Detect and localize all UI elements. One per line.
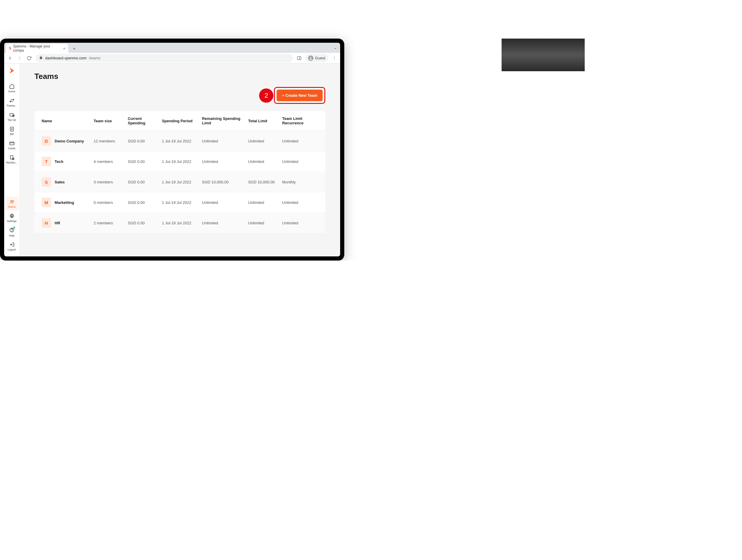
col-total-limit: Total Limit (248, 116, 278, 125)
nav-label: Top Up (7, 118, 16, 121)
browser-tab-bar: S Spenmo - Manage your compa × + ⌄ (4, 43, 340, 53)
browser-toolbar: dashboard.spenmo.com/teams Guest ⋮ (4, 53, 340, 63)
team-name: Demo Company (55, 139, 84, 143)
recurrence: Unlimited (282, 218, 318, 228)
remaining-limit: Unlimited (202, 218, 244, 228)
svg-point-2 (310, 57, 311, 58)
nav-label: Home (8, 90, 15, 93)
total-limit: Unlimited (248, 218, 278, 228)
spending-period: 1 Jul-19 Jul 2022 (162, 136, 198, 146)
lock-icon (39, 56, 43, 60)
team-avatar: M (42, 198, 51, 207)
logout-icon (9, 242, 14, 247)
nav-label: Logout (8, 248, 16, 251)
svg-point-12 (11, 215, 12, 217)
table-row[interactable]: S Sales 3 members SGD 0.00 1 Jul-19 Jul … (35, 172, 325, 192)
team-avatar: H (42, 218, 51, 228)
wallet-plus-icon (9, 112, 14, 117)
total-limit: Unlimited (248, 136, 278, 146)
nav-label: Help (9, 234, 14, 237)
panel-icon[interactable] (296, 56, 302, 61)
gear-icon (9, 213, 14, 219)
team-avatar: T (42, 157, 51, 166)
transfer-icon (9, 98, 14, 103)
team-size: 12 members (94, 136, 124, 146)
sidebar: Home Transa... Top Up Bill (4, 63, 19, 257)
profile-button[interactable]: Guest (305, 54, 328, 62)
sidebar-item-cards[interactable]: Cards (5, 138, 18, 152)
page-title: Teams (35, 72, 325, 81)
nav-label: Cards (8, 147, 15, 150)
home-icon (9, 84, 14, 89)
back-icon[interactable] (7, 55, 13, 61)
table-header: Name Team size Current Spending Spending… (35, 111, 325, 131)
sidebar-item-topup[interactable]: Top Up (5, 110, 18, 124)
remaining-limit: SGD 10,000.00 (202, 177, 244, 187)
sidebar-item-logout[interactable]: Logout (5, 239, 18, 254)
svg-rect-0 (298, 56, 301, 60)
team-name-cell: M Marketting (42, 198, 90, 207)
current-spending: SGD 0.00 (127, 177, 158, 187)
total-limit: Unlimited (248, 198, 278, 207)
nav-label: Transa... (6, 104, 17, 107)
nav-label: Teams (8, 205, 16, 208)
spending-period: 1 Jul-19 Jul 2022 (162, 198, 198, 207)
team-name: Sales (55, 180, 65, 184)
recurrence: Unlimited (282, 198, 318, 207)
reload-icon[interactable] (26, 56, 32, 61)
users-icon (9, 199, 14, 205)
sidebar-item-bill[interactable]: Bill (5, 124, 18, 138)
team-avatar: D (42, 136, 51, 146)
team-name: HR (55, 221, 60, 225)
spenmo-favicon-icon: S (9, 46, 11, 50)
current-spending: SGD 0.00 (127, 157, 158, 166)
sidebar-item-reimbursement[interactable]: Reimbu... (5, 152, 18, 166)
col-team-size: Team size (94, 116, 124, 125)
sidebar-item-settings[interactable]: Settings (5, 211, 18, 225)
nav-label: Reimbu... (6, 161, 17, 164)
team-size: 0 members (94, 198, 124, 207)
table-row[interactable]: D Demo Company 12 members SGD 0.00 1 Jul… (35, 131, 325, 151)
recurrence: Unlimited (282, 136, 318, 146)
step-badge: 2 (259, 89, 273, 103)
table-row[interactable]: H HR 2 members SGD 0.00 1 Jul-19 Jul 202… (35, 213, 325, 233)
table-row[interactable]: M Marketting 0 members SGD 0.00 1 Jul-19… (35, 192, 325, 213)
spenmo-logo-icon[interactable] (9, 68, 15, 75)
url-path: /teams (89, 56, 100, 60)
create-new-team-button[interactable]: + Create New Team (277, 90, 323, 101)
address-bar[interactable]: dashboard.spenmo.com/teams (36, 54, 293, 62)
new-tab-button[interactable]: + (70, 45, 78, 53)
browser-tab[interactable]: S Spenmo - Manage your compa × (6, 44, 68, 53)
remaining-limit: Unlimited (202, 157, 244, 166)
total-limit: Unlimited (248, 157, 278, 166)
table-row[interactable]: T Tech 4 members SGD 0.00 1 Jul-19 Jul 2… (35, 151, 325, 172)
svg-point-11 (12, 200, 13, 202)
sidebar-item-help[interactable]: Help (5, 225, 18, 239)
sidebar-item-teams[interactable]: Teams (5, 197, 18, 211)
team-name-cell: H HR (42, 218, 90, 228)
svg-rect-6 (9, 142, 14, 145)
sidebar-item-home[interactable]: Home (5, 81, 18, 95)
nav-label: Bill (10, 133, 13, 135)
tabs-dropdown-icon[interactable]: ⌄ (334, 45, 337, 50)
teams-table: Name Team size Current Spending Spending… (35, 111, 325, 233)
col-name: Name (42, 116, 90, 125)
kebab-menu-icon[interactable]: ⋮ (331, 56, 337, 60)
total-limit: SGD 10,000.00 (248, 177, 278, 187)
tab-title: Spenmo - Manage your compa (13, 44, 61, 53)
team-name-cell: S Sales (42, 177, 90, 187)
close-tab-icon[interactable]: × (63, 46, 65, 51)
team-name-cell: D Demo Company (42, 136, 90, 146)
col-recurrence: Team Limit Recurrence (282, 116, 318, 125)
team-name: Tech (55, 159, 63, 164)
recurrence: Unlimited (282, 157, 318, 166)
card-icon (9, 141, 14, 146)
sidebar-item-transactions[interactable]: Transa... (5, 95, 18, 110)
remaining-limit: Unlimited (202, 198, 244, 207)
recurrence: Monthly (282, 177, 318, 187)
guest-avatar-icon (308, 55, 313, 61)
forward-icon[interactable] (17, 55, 22, 61)
col-remaining-limit: Remaining Spending Limit (202, 116, 244, 125)
main-content: Teams 2 + Create New Team Name Team size… (19, 63, 340, 257)
team-size: 2 members (94, 218, 124, 228)
